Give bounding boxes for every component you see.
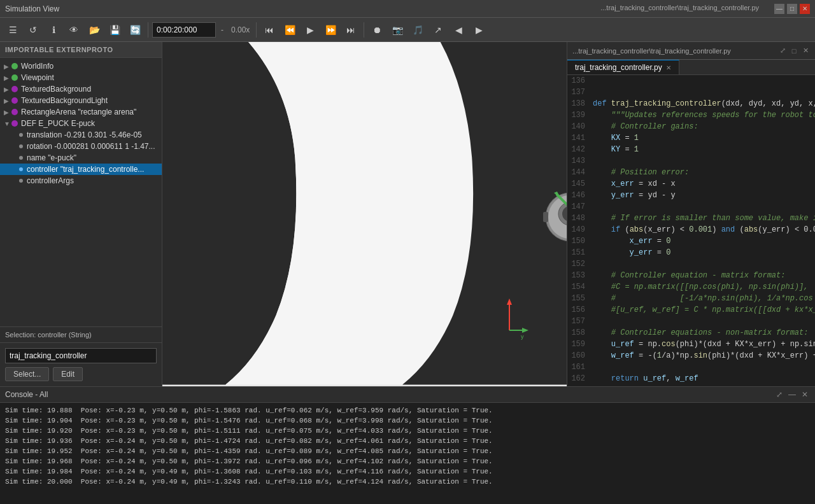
field-dot [19, 179, 23, 183]
time-input[interactable]: 0:00:20:000 [152, 22, 216, 38]
code-line-142: 142 KY = 1 [567, 144, 815, 155]
next-button[interactable]: ▶ [470, 21, 488, 39]
record-video-button[interactable]: ⏺ [368, 21, 386, 39]
field-dot [19, 133, 23, 137]
field-label: rotation -0.000281 0.000611 1 -1.47... [27, 142, 155, 151]
code-line-160: 160 w_ref = -(1/a)*np.sin(phi)*(dxd + KX… [567, 350, 815, 361]
left-panel: IMPORTABLE EXTERNPROTO ▶ WorldInfo ▶ Vie… [0, 42, 162, 386]
code-tabs: traj_tracking_controller.py ✕ [567, 60, 815, 75]
selection-text: Selection: controller (String) [5, 331, 92, 339]
code-editor-content[interactable]: 136 137 138 def traj_tracking_controller… [567, 75, 815, 386]
editor-close-button[interactable]: ✕ [801, 46, 810, 55]
field-controllerargs[interactable]: controllerArgs [0, 175, 162, 186]
step-forward-button[interactable]: ⏩ [322, 21, 339, 39]
code-line-158: 158 # Controller equations - non-matrix … [567, 327, 815, 339]
svg-marker-16 [507, 298, 512, 305]
node-label: TexturedBackground [21, 85, 91, 94]
close-button[interactable]: ✕ [800, 4, 810, 14]
console-content: Sim time: 19.888 Pose: x=-0.23 m, y=0.50… [0, 403, 815, 504]
console-line: Sim time: 20.000 Pose: x=-0.24 m, y=0.49… [5, 477, 810, 487]
node-dot [11, 74, 18, 81]
edit-area: traj_tracking_controller Select... Edit [0, 342, 162, 386]
code-tab-main[interactable]: traj_tracking_controller.py ✕ [567, 60, 679, 74]
editor-title-left: ...traj_tracking_controller\traj_trackin… [572, 47, 731, 55]
tree-item-texturedbg[interactable]: ▶ TexturedBackground [0, 83, 162, 95]
code-line-141: 141 KX = 1 [567, 132, 815, 144]
field-dot [19, 167, 23, 171]
code-line-151: 151 y_err = 0 [567, 247, 815, 258]
view-button[interactable]: 👁 [65, 21, 83, 39]
console-line: Sim time: 19.904 Pose: x=-0.23 m, y=0.50… [5, 416, 810, 426]
tab-close-icon[interactable]: ✕ [666, 64, 671, 71]
field-rotation[interactable]: rotation -0.000281 0.000611 1 -1.47... [0, 141, 162, 152]
console-close-button[interactable]: ✕ [800, 389, 810, 400]
console-header: Console - All ⤢ — ✕ [0, 387, 815, 403]
fast-forward-button[interactable]: ⏭ [342, 21, 360, 39]
select-button[interactable]: Select... [5, 367, 49, 381]
field-controller[interactable]: controller "traj_tracking_controlle... [0, 164, 162, 175]
field-label: name "e-puck" [27, 153, 76, 162]
code-line-144: 144 # Position error: [567, 167, 815, 178]
tree-item-viewpoint[interactable]: ▶ Viewpoint [0, 72, 162, 83]
code-line-157: 157 [567, 316, 815, 327]
code-line-156: 156 #[u_ref, w_ref] = C * np.matrix([[dx… [567, 304, 815, 316]
field-name[interactable]: name "e-puck" [0, 152, 162, 164]
field-translation[interactable]: translation -0.291 0.301 -5.46e-05 [0, 129, 162, 141]
node-label: DEF E_PUCK E-puck [21, 119, 95, 128]
main-area: IMPORTABLE EXTERNPROTO ▶ WorldInfo ▶ Vie… [0, 42, 815, 386]
tab-label: traj_tracking_controller.py [575, 63, 662, 72]
share-button[interactable]: ↗ [429, 21, 447, 39]
tree-item-texturedbglight[interactable]: ▶ TexturedBackgroundLight [0, 95, 162, 106]
console-minimize-button[interactable]: — [787, 389, 797, 400]
simulation-viewport[interactable]: y [162, 42, 567, 386]
console-area: Console - All ⤢ — ✕ Sim time: 19.888 Pos… [0, 386, 815, 504]
svg-text:y: y [521, 333, 524, 340]
code-line-139: 139 """Updates references speeds for the… [567, 109, 815, 121]
code-line-149: 149 if (abs(x_err) < 0.001) and (abs(y_e… [567, 224, 815, 235]
selection-bar: Selection: controller (String) [0, 326, 162, 342]
code-line-146: 146 y_err = yd - y [567, 190, 815, 201]
screenshot-button[interactable]: 📷 [388, 21, 406, 39]
code-line-148: 148 # If error is smaller than some valu… [567, 213, 815, 224]
audio-button[interactable]: 🎵 [409, 21, 427, 39]
minimize-button[interactable]: — [774, 4, 784, 14]
code-line-155: 155 # [-1/a*np.sin(phi), 1/a*np.cos [567, 293, 815, 304]
editor-expand-button[interactable]: ⤢ [778, 46, 787, 55]
code-editor-panel: ...traj_tracking_controller\traj_trackin… [567, 42, 815, 386]
node-dot [11, 109, 18, 115]
play-button[interactable]: ▶ [301, 21, 319, 39]
console-line: Sim time: 19.920 Pose: x=-0.23 m, y=0.50… [5, 426, 810, 436]
node-label: Viewpoint [21, 73, 54, 82]
node-label: WorldInfo [21, 62, 53, 71]
tree-item-rectarena[interactable]: ▶ RectangleArena "rectangle arena" [0, 106, 162, 118]
tree-item-worldinfo[interactable]: ▶ WorldInfo [0, 60, 162, 72]
console-line: Sim time: 19.936 Pose: x=-0.24 m, y=0.50… [5, 436, 810, 446]
sidebar-toggle-button[interactable]: ☰ [4, 21, 22, 39]
maximize-button[interactable]: □ [787, 4, 797, 14]
console-expand-button[interactable]: ⤢ [774, 389, 784, 400]
expand-arrow: ▶ [4, 109, 11, 116]
tree-item-epuck[interactable]: ▼ DEF E_PUCK E-puck [0, 118, 162, 129]
console-line: Sim time: 19.888 Pose: x=-0.23 m, y=0.50… [5, 405, 810, 416]
prev-button[interactable]: ◀ [450, 21, 467, 39]
controller-name-input[interactable]: traj_tracking_controller [5, 348, 157, 363]
save-button[interactable]: 💾 [106, 21, 124, 39]
console-line: Sim time: 19.952 Pose: x=-0.24 m, y=0.50… [5, 446, 810, 456]
open-button[interactable]: 📂 [85, 21, 103, 39]
title-bar: Simulation View ...traj_tracking_control… [0, 0, 815, 18]
reset-button[interactable]: ↺ [24, 21, 42, 39]
reload-button[interactable]: 🔄 [126, 21, 144, 39]
toolbar: ☰ ↺ ℹ 👁 📂 💾 🔄 0:00:20:000 - 0.00x ⏮ ⏪ ▶ … [0, 18, 815, 42]
field-dot [19, 156, 23, 160]
code-line-138: 138 def traj_tracking_controller(dxd, dy… [567, 98, 815, 109]
expand-arrow: ▼ [4, 120, 11, 127]
svg-rect-5 [543, 212, 548, 222]
field-dot [19, 144, 23, 148]
step-back-button[interactable]: ⏪ [281, 21, 299, 39]
edit-button[interactable]: Edit [53, 367, 83, 381]
field-label: controllerArgs [27, 176, 74, 185]
editor-collapse-button[interactable]: □ [790, 46, 798, 55]
code-line-159: 159 u_ref = np.cos(phi)*(dxd + KX*x_err)… [567, 339, 815, 350]
rewind-button[interactable]: ⏮ [260, 21, 278, 39]
info-button[interactable]: ℹ [45, 21, 62, 39]
